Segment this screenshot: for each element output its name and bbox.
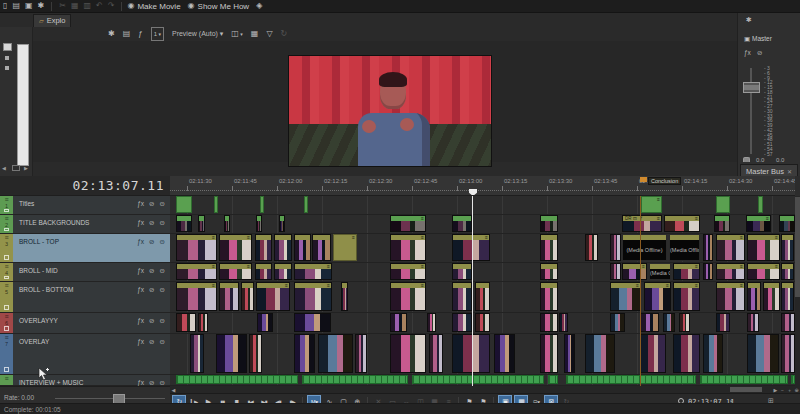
event-menu-icon[interactable]: ≡ (695, 216, 698, 221)
timeline-event[interactable] (540, 313, 558, 332)
bus-fx-icon[interactable]: ƒx (744, 49, 751, 57)
timeline-event[interactable]: ≡ (644, 282, 671, 311)
timeline-event[interactable] (198, 215, 205, 232)
event-menu-icon[interactable]: ≡ (212, 264, 215, 269)
timeline-event[interactable] (249, 334, 262, 373)
timeline-event[interactable] (475, 282, 490, 311)
video-fx-icon[interactable]: ƒ (138, 28, 142, 40)
timeline-event[interactable]: ≡ (452, 234, 490, 261)
playhead-handle[interactable] (469, 189, 477, 196)
event-menu-icon[interactable]: ≡ (421, 216, 424, 221)
timeline-event[interactable] (452, 282, 472, 311)
timeline-event[interactable]: ≡ (219, 263, 252, 280)
playhead-line[interactable] (472, 196, 473, 386)
timeline-event[interactable] (279, 215, 285, 232)
track-header-titles[interactable]: ≡1Titlesƒx⊘⊙ (0, 196, 170, 215)
timeline-event[interactable] (640, 313, 659, 332)
track-header-broll-top[interactable]: ≡3BROLL - TOPƒx⊘⊙ (0, 234, 170, 263)
timeline-event[interactable] (747, 282, 761, 311)
track-lane[interactable]: ≡≡≡≡≡(Media Offline)≡≡≡ (170, 263, 795, 282)
timeline-event[interactable] (540, 334, 558, 373)
timeline-event[interactable]: (Media Offline) (649, 263, 671, 280)
timeline-event[interactable] (302, 375, 408, 384)
timeline-event[interactable]: ≡ (673, 282, 700, 311)
lock-icon[interactable] (743, 157, 750, 163)
timeline-event[interactable] (747, 334, 779, 373)
event-menu-icon[interactable]: ≡ (740, 264, 743, 269)
track-header-title-backgrounds[interactable]: ≡2TITLE BACKGROUNDSƒx⊘⊙ (0, 215, 170, 234)
timeline-event[interactable] (716, 196, 730, 213)
timeline-event[interactable] (703, 263, 713, 280)
track-color-edge[interactable]: ≡1 (0, 196, 13, 214)
open-project-icon[interactable]: ▤ (12, 0, 20, 12)
timeline-event[interactable] (494, 334, 515, 373)
master-fader-handle[interactable] (743, 82, 760, 93)
timeline-event[interactable] (610, 263, 621, 280)
track-name[interactable]: BROLL - MID (13, 263, 137, 281)
event-menu-icon[interactable]: ≡ (421, 235, 424, 240)
zoom-in-button[interactable]: ＋ (786, 387, 793, 393)
zoom-out-button[interactable]: − (779, 387, 786, 393)
timeline-event[interactable] (779, 215, 795, 232)
timeline-event[interactable]: ≡ (256, 282, 290, 311)
scroll-right-button[interactable]: ▶ (772, 387, 779, 393)
track-mute-icon[interactable]: ⊘ (149, 338, 154, 374)
explorer-scrollbar[interactable] (17, 44, 29, 166)
dock-prev-tab-button[interactable]: ◀ (2, 165, 6, 171)
timeline-event[interactable] (257, 313, 273, 332)
timeline-event[interactable] (559, 313, 568, 332)
event-menu-icon[interactable]: ≡ (212, 283, 215, 288)
vertical-scrollbar-thumb[interactable] (795, 197, 800, 297)
timeline-event[interactable]: ≡ (622, 263, 647, 280)
track-mute-icon[interactable]: ⊘ (149, 317, 154, 333)
timeline-event[interactable]: ≡ (610, 282, 641, 311)
timeline-event[interactable] (703, 234, 713, 261)
timeline-event[interactable] (781, 313, 795, 332)
timeline-event[interactable] (260, 196, 264, 213)
timeline-event[interactable]: ≡DR⊡ ƒ (622, 215, 662, 232)
external-monitor-button[interactable]: 1 ▾ (151, 27, 164, 41)
track-lane[interactable]: ≡≡DR⊡ ƒ≡≡ (170, 215, 795, 234)
track-fx-icon[interactable]: ƒx (137, 267, 144, 281)
timeline-event[interactable] (452, 334, 490, 373)
timeline-event[interactable] (176, 215, 192, 232)
track-mute-icon[interactable]: ⊘ (149, 379, 154, 385)
event-menu-icon[interactable]: ≡ (327, 283, 330, 288)
timeline-event[interactable]: ≡ (746, 215, 771, 232)
event-menu-icon[interactable]: ≡ (421, 264, 424, 269)
timeline-event[interactable]: ≡ (716, 234, 745, 261)
preview-settings-icon[interactable]: ✱ (108, 28, 115, 40)
event-menu-icon[interactable]: ≡ (642, 264, 645, 269)
timeline-event[interactable] (747, 313, 759, 332)
track-header-interview-music[interactable]: ≡INTERVIEW + MUSICƒx⊘⊙ (0, 375, 170, 386)
snapshot-copy-icon[interactable]: ▤ (123, 28, 131, 40)
timeline-event[interactable] (274, 263, 292, 280)
timeline-event[interactable]: ≡ (716, 282, 745, 311)
track-lane[interactable]: ≡≡≡≡≡≡≡≡ (170, 282, 795, 313)
mixer-settings-icon[interactable]: ✱ (746, 16, 752, 24)
horizontal-scrollbar-thumb[interactable] (730, 387, 762, 392)
timeline-event[interactable] (255, 234, 272, 261)
track-color-edge[interactable]: ≡5 (0, 282, 13, 312)
timeline-event[interactable] (640, 334, 666, 373)
track-solo-icon[interactable]: ⊙ (160, 317, 165, 333)
timeline-event[interactable] (763, 282, 780, 311)
track-name[interactable]: Titles (13, 196, 137, 214)
project-properties-icon[interactable]: ✱ (38, 0, 45, 12)
timeline-event[interactable] (318, 334, 353, 373)
scroll-left-button[interactable]: ◀ (170, 387, 177, 393)
track-solo-icon[interactable]: ⊙ (160, 200, 165, 214)
timeline-event[interactable] (781, 234, 794, 261)
timeline-event[interactable] (198, 313, 208, 332)
timeline-event[interactable] (781, 334, 795, 373)
timeline-event[interactable] (176, 313, 196, 332)
timeline-event[interactable] (566, 375, 696, 384)
save-snapshot-icon[interactable]: ▽ (266, 28, 272, 40)
save-project-icon[interactable]: ▣ (25, 0, 33, 12)
timeline-event[interactable] (585, 334, 615, 373)
timeline-event[interactable] (214, 196, 218, 213)
timeline-event[interactable] (673, 334, 700, 373)
track-header-broll-bottom[interactable]: ≡5BROLL - BOTTOMƒx⊘⊙ (0, 282, 170, 313)
event-menu-icon[interactable]: ≡ (285, 283, 288, 288)
track-name[interactable]: BROLL - TOP (13, 234, 137, 262)
